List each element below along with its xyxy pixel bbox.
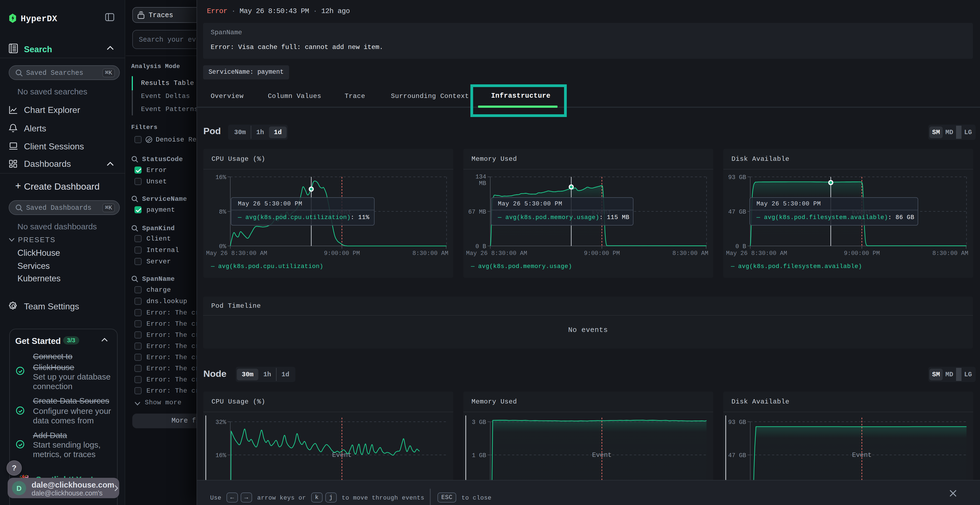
- svg-text:May 26 8:30:00 AM: May 26 8:30:00 AM: [206, 250, 267, 257]
- svg-text:0%: 0%: [219, 243, 226, 250]
- svg-text:9:00:00 PM: 9:00:00 PM: [844, 250, 880, 257]
- svg-text:3 GB: 3 GB: [472, 419, 486, 426]
- svg-text:May 26 8:30:00 AM: May 26 8:30:00 AM: [466, 250, 527, 257]
- svg-text:9:00:00 PM: 9:00:00 PM: [324, 250, 360, 257]
- svg-text:8:30:00 AM: 8:30:00 AM: [932, 250, 968, 257]
- svg-text:0 B: 0 B: [475, 243, 486, 250]
- svg-text:93 GB: 93 GB: [728, 419, 746, 426]
- svg-text:8:30:00 AM: 8:30:00 AM: [672, 250, 708, 257]
- svg-text:May 26 8:30:00 AM: May 26 8:30:00 AM: [726, 250, 787, 257]
- svg-text:1 GB: 1 GB: [472, 452, 486, 459]
- svg-text:8%: 8%: [219, 209, 226, 216]
- svg-text:47 GB: 47 GB: [728, 209, 746, 216]
- svg-text:8:30:00 AM: 8:30:00 AM: [412, 250, 449, 257]
- svg-text:93 GB: 93 GB: [728, 174, 746, 181]
- svg-text:134: 134: [475, 173, 486, 180]
- svg-text:32%: 32%: [215, 419, 226, 426]
- svg-text:16%: 16%: [215, 452, 226, 459]
- svg-text:9:00:00 PM: 9:00:00 PM: [584, 250, 620, 257]
- svg-text:MB: MB: [479, 180, 486, 187]
- svg-text:0 B: 0 B: [735, 243, 746, 250]
- svg-text:16%: 16%: [215, 174, 226, 181]
- svg-text:47 GB: 47 GB: [728, 452, 746, 459]
- svg-text:67 MB: 67 MB: [468, 209, 486, 216]
